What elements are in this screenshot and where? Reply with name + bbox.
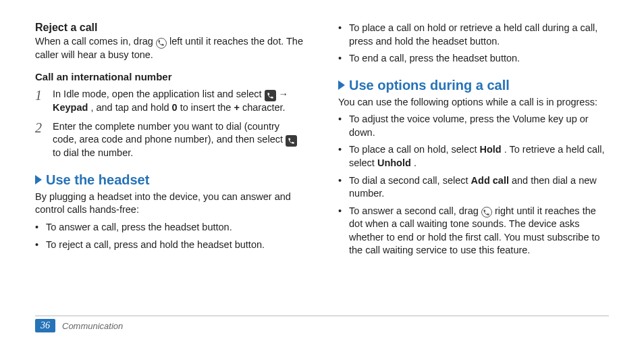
text: character. (242, 102, 286, 113)
text: Enter the complete number you want to di… (53, 121, 286, 145)
text: To dial a second call, select (349, 175, 471, 186)
list-item: •To end a call, press the headset button… (338, 52, 609, 66)
bullet-icon: • (35, 221, 41, 234)
heading-use-options: Use options during a call (338, 78, 609, 93)
bullet-icon: • (338, 174, 344, 201)
left-column: Reject a call When a call comes in, drag… (35, 22, 306, 261)
text: To place a call on hold or retrieve a he… (349, 22, 609, 48)
text-bold: + (234, 102, 239, 113)
bullet-icon: • (35, 239, 41, 252)
options-bullets: •To adjust the voice volume, press the V… (338, 113, 609, 257)
text: , and tap and hold (90, 102, 171, 113)
heading-use-headset: Use the headset (35, 172, 306, 188)
text: To end a call, press the headset button. (349, 52, 520, 66)
step-number: 2 (35, 120, 46, 160)
page-footer: 36 Communication (35, 319, 123, 332)
text: In Idle mode, open the application list … (53, 89, 265, 99)
text: To place a call on hold, select (349, 144, 479, 155)
heading-reject-call: Reject a call (35, 22, 306, 34)
list-item: • To place a call on hold, select Hold .… (338, 143, 609, 170)
list-item: • To dial a second call, select Add call… (338, 174, 609, 201)
text: to dial the number. (53, 147, 133, 158)
footer-section-label: Communication (62, 321, 123, 331)
step-number: 1 (35, 88, 46, 115)
phone-app-icon (265, 90, 276, 101)
heading-text: Use options during a call (349, 78, 510, 93)
intl-steps: 1 In Idle mode, open the application lis… (35, 88, 306, 160)
bullet-icon: • (338, 113, 344, 139)
para-reject-call: When a call comes in, drag left until it… (35, 35, 306, 61)
text-bold: Add call (471, 175, 509, 186)
text-bold: Unhold (377, 157, 411, 168)
text: to insert the (180, 102, 234, 113)
text: To answer a call, press the headset butt… (46, 221, 232, 234)
list-item: •To answer a call, press the headset but… (35, 221, 306, 234)
phone-circle-icon (481, 207, 492, 218)
step-text: Enter the complete number you want to di… (53, 120, 306, 160)
text: To answer a second call, drag right unti… (349, 205, 609, 257)
list-item: •To reject a call, press and hold the he… (35, 239, 306, 252)
headset-bullets: •To answer a call, press the headset but… (35, 221, 306, 251)
bullet-icon: • (338, 52, 344, 66)
list-item: • To answer a second call, drag right un… (338, 205, 609, 257)
chevron-right-icon (35, 175, 42, 184)
phone-circle-icon (156, 38, 167, 49)
text: To place a call on hold, select Hold . T… (349, 143, 609, 170)
heading-text: Use the headset (46, 172, 149, 188)
para-headset: By plugging a headset into the device, y… (35, 191, 306, 217)
top-bullets: •To place a call on hold or retrieve a h… (338, 22, 609, 66)
text: To answer a second call, drag (349, 205, 481, 216)
text: When a call comes in, drag (35, 36, 156, 47)
list-item: •To adjust the voice volume, press the V… (338, 113, 609, 139)
step-2: 2 Enter the complete number you want to … (35, 120, 306, 160)
footer-divider (35, 316, 609, 316)
bullet-icon: • (338, 22, 344, 48)
para-options: You can use the following options while … (338, 96, 609, 109)
text-bold: Hold (479, 144, 501, 155)
bullet-icon: • (338, 205, 344, 257)
step-1: 1 In Idle mode, open the application lis… (35, 88, 306, 115)
page-number: 36 (35, 319, 55, 332)
text: → (279, 89, 289, 99)
chevron-right-icon (338, 80, 345, 90)
text-bold: 0 (172, 102, 178, 113)
heading-intl-number: Call an international number (35, 71, 306, 82)
right-column: •To place a call on hold or retrieve a h… (338, 22, 609, 261)
bullet-icon: • (338, 143, 344, 170)
text-bold: Keypad (53, 102, 88, 113)
text: To reject a call, press and hold the hea… (46, 239, 265, 252)
page-columns: Reject a call When a call comes in, drag… (35, 22, 609, 261)
text: . (414, 157, 417, 168)
text: To adjust the voice volume, press the Vo… (349, 113, 609, 139)
text: To dial a second call, select Add call a… (349, 174, 609, 201)
phone-dial-icon (286, 135, 297, 147)
step-text: In Idle mode, open the application list … (53, 88, 306, 115)
list-item: •To place a call on hold or retrieve a h… (338, 22, 609, 48)
